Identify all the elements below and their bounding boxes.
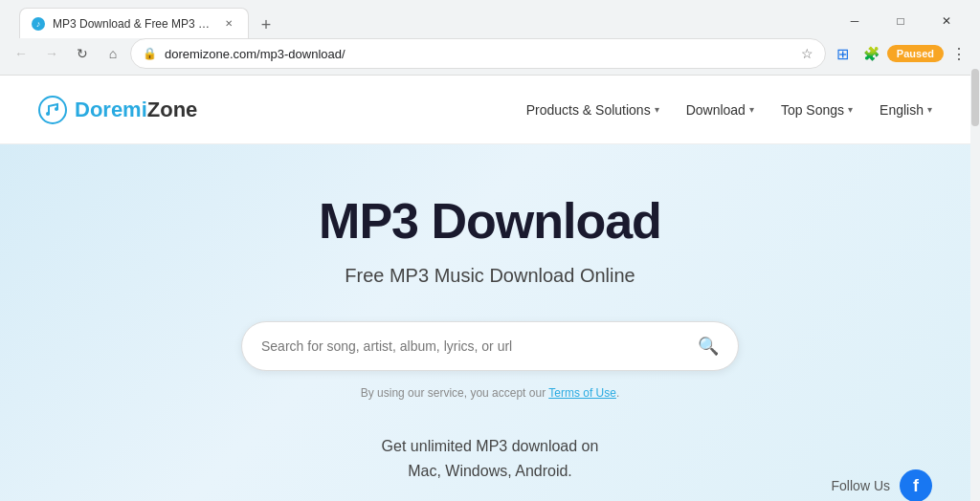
logo-icon bbox=[38, 96, 67, 124]
hero-subtitle: Free MP3 Music Download Online bbox=[19, 265, 961, 287]
search-bar: 🔍 bbox=[241, 321, 739, 371]
nav-download[interactable]: Download ▾ bbox=[677, 97, 764, 123]
hero-section: MP3 Download Free MP3 Music Download Onl… bbox=[0, 144, 980, 501]
forward-button[interactable]: → bbox=[38, 40, 65, 67]
reload-button[interactable]: ↻ bbox=[69, 40, 96, 67]
search-button[interactable]: 🔍 bbox=[698, 336, 719, 357]
address-bar-row: ← → ↻ ⌂ 🔒 doremizone.com/mp3-download/ ☆… bbox=[0, 34, 980, 75]
search-input[interactable] bbox=[261, 338, 698, 354]
svg-point-1 bbox=[46, 112, 50, 116]
nav-top-songs[interactable]: Top Songs ▾ bbox=[771, 97, 862, 123]
terms-of-use-link[interactable]: Terms of Use bbox=[548, 386, 616, 400]
url-text: doremizone.com/mp3-download/ bbox=[165, 47, 793, 61]
browser-menu-button[interactable]: ⋮ bbox=[946, 40, 972, 67]
site-nav: Products & Solutions ▾ Download ▾ Top So… bbox=[517, 97, 942, 123]
back-button[interactable]: ← bbox=[8, 40, 34, 67]
tab-close-button[interactable]: ✕ bbox=[221, 16, 236, 32]
extensions-grid-button[interactable]: ⊞ bbox=[830, 40, 857, 67]
scrollbar-track bbox=[970, 0, 980, 501]
new-tab-button[interactable]: + bbox=[253, 11, 279, 38]
tab-favicon: ♪ bbox=[32, 17, 45, 31]
chevron-down-icon: ▾ bbox=[749, 104, 754, 115]
site-logo[interactable]: DoremiZone bbox=[38, 96, 197, 124]
browser-tab[interactable]: ♪ MP3 Download & Free MP3 Mu... ✕ bbox=[19, 8, 249, 38]
svg-point-0 bbox=[39, 97, 66, 123]
logo-text: DoremiZone bbox=[75, 98, 197, 122]
tab-title: MP3 Download & Free MP3 Mu... bbox=[53, 17, 213, 31]
lock-icon: 🔒 bbox=[143, 47, 157, 60]
facebook-icon[interactable]: f bbox=[900, 469, 932, 501]
hero-title: MP3 Download bbox=[19, 192, 961, 250]
site-header: DoremiZone Products & Solutions ▾ Downlo… bbox=[0, 76, 980, 144]
address-bar[interactable]: 🔒 doremizone.com/mp3-download/ ☆ bbox=[130, 38, 826, 69]
bookmark-icon[interactable]: ☆ bbox=[801, 46, 813, 61]
hero-footer: Get unlimited MP3 download on Mac, Windo… bbox=[19, 434, 961, 483]
window-controls: ─ □ ✕ bbox=[833, 8, 969, 34]
chevron-down-icon: ▾ bbox=[655, 104, 659, 115]
puzzle-icon: 🧩 bbox=[863, 46, 880, 61]
follow-label: Follow Us bbox=[832, 478, 890, 493]
nav-language[interactable]: English ▾ bbox=[870, 97, 942, 123]
search-icon: 🔍 bbox=[698, 337, 719, 356]
terms-text: By using our service, you accept our Ter… bbox=[19, 386, 961, 400]
grid-icon: ⊞ bbox=[836, 45, 849, 63]
close-button[interactable]: ✕ bbox=[924, 8, 969, 34]
website-content: DoremiZone Products & Solutions ▾ Downlo… bbox=[0, 76, 980, 501]
maximize-button[interactable]: □ bbox=[879, 8, 923, 34]
minimize-button[interactable]: ─ bbox=[833, 8, 877, 34]
toolbar-icons: ⊞ 🧩 Paused ⋮ bbox=[830, 40, 972, 67]
search-bar-wrapper: 🔍 bbox=[241, 321, 739, 371]
nav-products-solutions[interactable]: Products & Solutions ▾ bbox=[517, 97, 669, 123]
svg-point-2 bbox=[55, 107, 58, 111]
home-button[interactable]: ⌂ bbox=[100, 40, 126, 67]
follow-us: Follow Us f bbox=[832, 469, 932, 501]
chevron-down-icon: ▾ bbox=[848, 104, 853, 115]
puzzle-icon-button[interactable]: 🧩 bbox=[858, 40, 885, 67]
scrollbar-thumb[interactable] bbox=[971, 69, 979, 126]
paused-button[interactable]: Paused bbox=[887, 45, 944, 62]
chevron-down-icon: ▾ bbox=[927, 104, 932, 115]
